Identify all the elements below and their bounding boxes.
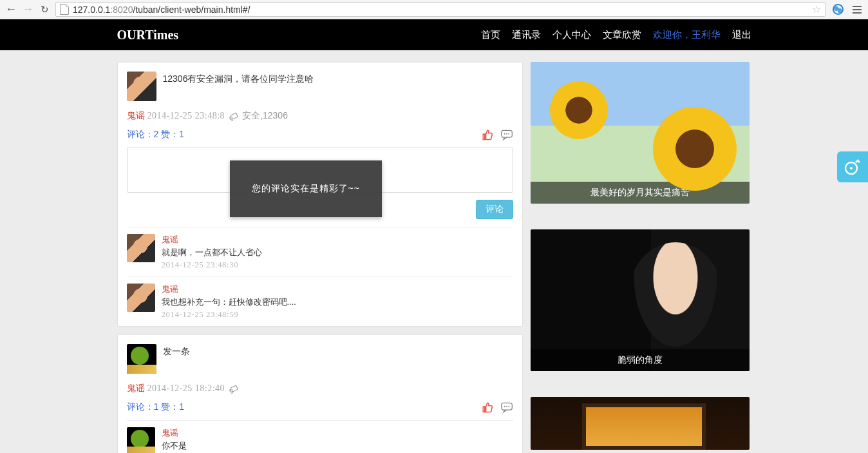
reply-author[interactable]: 鬼谣: [162, 284, 296, 295]
post-author[interactable]: 鬼谣: [127, 110, 145, 122]
avatar[interactable]: [127, 234, 155, 262]
post-card: 12306有安全漏洞，请各位同学注意哈 鬼谣 2014-12-25 23:48:…: [117, 62, 523, 327]
post-counts[interactable]: 评论：1 赞：1: [127, 401, 184, 413]
comment-box: 您的评论实在是精彩了~~ 评论: [127, 148, 513, 219]
comment-icon[interactable]: [500, 401, 513, 414]
aside-article-card[interactable]: [531, 397, 750, 450]
toast-message: 您的评论实在是精彩了~~: [230, 160, 382, 217]
sidebar-column: 最美好的岁月其实是痛苦脆弱的角度: [531, 62, 750, 453]
main-nav: 首页 通讯录 个人中心 文章欣赏 欢迎你，王利华 退出: [481, 29, 751, 41]
browser-toolbar: ← → ↻ 127.0.0.1:8020/tuban/client-web/ma…: [0, 0, 868, 19]
reply-item: 鬼谣 你不是 2014-12-25 18:3:0: [127, 420, 513, 453]
globe-icon[interactable]: [831, 3, 845, 17]
post-meta: 鬼谣 2014-12-25 18:2:40 🏷: [127, 383, 513, 394]
post-time: 2014-12-25 18:2:40: [147, 383, 225, 394]
nav-home[interactable]: 首页: [481, 29, 500, 41]
post-author[interactable]: 鬼谣: [127, 383, 145, 394]
svg-point-7: [508, 406, 509, 407]
reply-item: 鬼谣 就是啊，一点都不让人省心 2014-12-25 23:48:30: [127, 227, 513, 276]
logout-link[interactable]: 退出: [732, 29, 751, 41]
post-text: 12306有安全漏洞，请各位同学注意哈: [163, 72, 314, 101]
avatar[interactable]: [127, 72, 156, 101]
svg-point-9: [850, 167, 853, 169]
url-bar[interactable]: 127.0.0.1:8020/tuban/client-web/main.htm…: [55, 2, 826, 17]
submit-comment-button[interactable]: 评论: [476, 200, 513, 219]
svg-point-6: [506, 406, 507, 407]
reply-author[interactable]: 鬼谣: [162, 234, 262, 246]
widget-icon: [842, 157, 863, 177]
aside-caption: 最美好的岁月其实是痛苦: [531, 182, 750, 204]
floating-widget-button[interactable]: [837, 151, 868, 182]
post-card: 发一条 鬼谣 2014-12-25 18:2:40 🏷 评论：1 赞：1 鬼谣 …: [117, 334, 523, 453]
page-icon: [60, 4, 69, 15]
svg-point-2: [506, 133, 507, 135]
bookmark-star-icon[interactable]: ☆: [812, 3, 821, 15]
post-time: 2014-12-25 23:48:8: [147, 111, 225, 121]
site-header: OURTimes 首页 通讯录 个人中心 文章欣赏 欢迎你，王利华 退出: [0, 19, 868, 50]
post-tags: 安全,12306: [242, 110, 288, 122]
feed-column: 12306有安全漏洞，请各位同学注意哈 鬼谣 2014-12-25 23:48:…: [117, 62, 523, 453]
reply-time: 2014-12-25 23:48:59: [162, 309, 296, 320]
post-counts[interactable]: 评论：2 赞：1: [127, 129, 184, 140]
avatar[interactable]: [127, 427, 155, 453]
avatar[interactable]: [127, 344, 156, 374]
reply-text: 我也想补充一句：赶快修改密码吧....: [162, 296, 296, 308]
svg-point-3: [508, 133, 509, 135]
svg-point-1: [504, 133, 505, 135]
brand-logo[interactable]: OURTimes: [117, 28, 179, 43]
aside-article-card[interactable]: 脆弱的角度: [531, 229, 750, 371]
avatar[interactable]: [127, 284, 155, 312]
reply-item: 鬼谣 我也想补充一句：赶快修改密码吧.... 2014-12-25 23:48:…: [127, 276, 513, 326]
post-text: 发一条: [163, 344, 190, 374]
comment-icon[interactable]: [500, 128, 513, 141]
reply-author[interactable]: 鬼谣: [162, 427, 230, 439]
reload-button[interactable]: ↻: [37, 3, 52, 17]
reply-time: 2014-12-25 23:48:30: [162, 260, 262, 270]
username-link[interactable]: 王利华: [692, 29, 721, 40]
like-icon[interactable]: [481, 401, 494, 414]
nav-contacts[interactable]: 通讯录: [512, 29, 541, 41]
url-text: 127.0.0.1:8020/tuban/client-web/main.htm…: [73, 5, 809, 15]
reply-text: 就是啊，一点都不让人省心: [162, 247, 262, 258]
nav-profile[interactable]: 个人中心: [552, 29, 591, 41]
back-button[interactable]: ←: [4, 3, 18, 17]
welcome-text: 欢迎你，王利华: [653, 29, 721, 41]
browser-menu-button[interactable]: [850, 3, 864, 17]
nav-articles[interactable]: 文章欣赏: [603, 29, 641, 41]
svg-point-5: [504, 406, 505, 407]
like-icon[interactable]: [481, 128, 494, 141]
aside-article-card[interactable]: 最美好的岁月其实是痛苦: [531, 62, 750, 204]
post-meta: 鬼谣 2014-12-25 23:48:8 🏷 安全,12306: [127, 110, 513, 122]
tag-icon: 🏷: [227, 109, 240, 123]
tag-icon: 🏷: [227, 381, 240, 396]
aside-caption: 脆弱的角度: [531, 349, 750, 371]
forward-button[interactable]: →: [21, 3, 35, 17]
reply-text: 你不是: [162, 440, 230, 452]
